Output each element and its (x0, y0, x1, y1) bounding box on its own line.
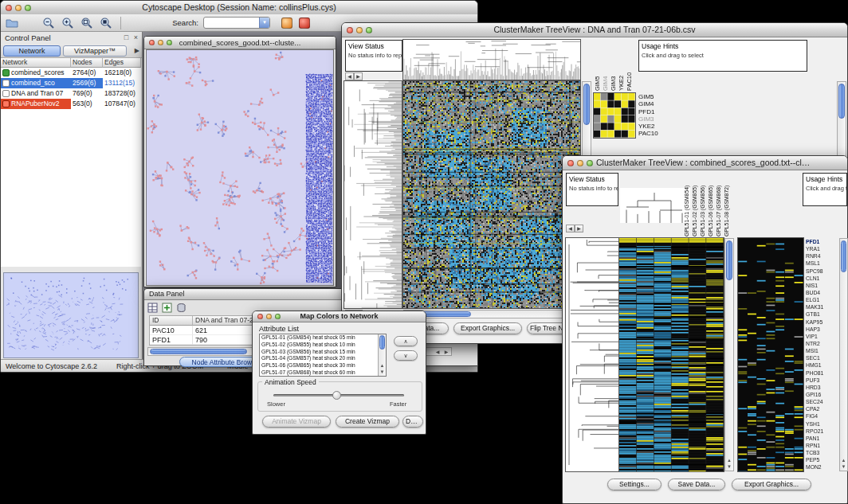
close-frame-button[interactable] (149, 40, 155, 45)
tab-vizmapper[interactable]: VizMapper™ (63, 45, 127, 57)
save-data-button[interactable]: Save Data... (668, 479, 725, 490)
zoom-out-icon[interactable] (42, 17, 55, 29)
animate-vizmap-button[interactable]: Animate Vizmap (262, 416, 331, 428)
treeview-combined-titlebar[interactable]: ClusterMaker TreeView : combined_scores_… (563, 156, 847, 170)
scroll-right-icon[interactable]: ▶ (442, 349, 450, 355)
vizmap-tool-icon[interactable] (299, 18, 310, 29)
tv2-heatmap-canvas[interactable] (619, 238, 724, 471)
vscrollbar-thumb[interactable] (583, 84, 590, 125)
tv2-gene-label: PEP5 (806, 456, 838, 463)
minimize-window-button[interactable] (356, 27, 363, 33)
zoom-in-icon[interactable] (61, 17, 74, 29)
attribute-list-item[interactable]: GPL51-07 (GSM868) heat shock 60 min (260, 369, 378, 376)
treeview-dna-titlebar[interactable]: ClusterMaker TreeView : DNA and Tran 07-… (342, 23, 847, 37)
minimize-frame-button[interactable] (158, 40, 163, 45)
create-attribute-icon[interactable] (162, 302, 172, 312)
close-window-button[interactable] (567, 160, 574, 166)
zoom-window-button[interactable] (275, 314, 281, 319)
dendrogram-scroll-arrows: ◀ ▶ (566, 225, 583, 232)
scroll-up-icon[interactable]: ▲ (725, 457, 733, 463)
slider-thumb[interactable] (332, 391, 341, 400)
scroll-up-icon[interactable]: ▲ (840, 457, 847, 463)
float-panel-icon[interactable]: □ (122, 32, 131, 44)
network-row[interactable]: combined_scores2764(0)16218(0) (1, 68, 141, 78)
tv1-genelist-vscrollbar[interactable] (837, 81, 846, 165)
scroll-down-icon[interactable]: ▼ (840, 463, 847, 470)
close-window-button[interactable] (347, 27, 353, 33)
attribute-list-item[interactable]: GPL51-06 (GSM865) heat shock 30 min (260, 362, 378, 369)
cytoscape-titlebar[interactable]: Cytoscape Desktop (Session Name: collins… (1, 1, 477, 15)
scroll-down-icon[interactable]: ▼ (379, 369, 386, 375)
zoom-frame-button[interactable] (167, 40, 172, 45)
network-row[interactable]: DNA and Tran 07769(0)183728(0) (1, 88, 141, 99)
scroll-left-icon[interactable]: ◀ (566, 225, 575, 232)
combo-arrow-icon[interactable]: ▼ (259, 18, 269, 28)
select-attributes-icon[interactable] (147, 302, 158, 312)
vscrollbar-thumb[interactable] (379, 335, 385, 350)
animation-speed-slider[interactable] (273, 394, 404, 397)
tab-overflow-icon[interactable]: ▶ (135, 47, 139, 54)
network-canvas[interactable] (147, 50, 333, 285)
tv1-column-dendrogram-canvas[interactable] (403, 40, 580, 80)
zoom-window-button[interactable] (587, 160, 593, 166)
vscrollbar-thumb[interactable] (726, 240, 732, 280)
column-header-id[interactable]: ID (150, 316, 193, 326)
delete-attribute-icon[interactable] (176, 302, 186, 312)
attribute-list-item[interactable]: GPL51-01 (GSM854) heat shock 05 min (260, 334, 378, 342)
attribute-list-scrollbar[interactable]: ▲ ▼ (378, 334, 386, 376)
create-vizmap-button[interactable]: Create Vizmap (336, 416, 399, 428)
settings-button[interactable]: Settings... (607, 479, 662, 490)
attribute-list[interactable]: GPL51-01 (GSM854) heat shock 05 minGPL51… (259, 334, 387, 377)
close-panel-icon[interactable]: × (132, 32, 140, 44)
tv1-column-label: GIM3 (610, 40, 618, 91)
attribute-list-item[interactable]: GPL51-02 (GSM855) heat shock 10 min (260, 342, 378, 349)
attribute-list-item[interactable]: GPL51-03 (GSM856) heat shock 15 min (260, 349, 378, 356)
tv1-row-dendrogram-canvas[interactable] (344, 81, 402, 308)
search-input[interactable]: ▼ (203, 17, 270, 29)
export-graphics-button[interactable]: Export Graphics... (453, 322, 522, 334)
tv2-heatmap-vscrollbar[interactable]: ▲ ▼ (724, 238, 734, 471)
open-file-icon[interactable] (6, 17, 18, 29)
tv1-summary-heatmap-canvas[interactable] (594, 93, 635, 138)
network-row[interactable]: combined_sco2569(6)13112(15) (1, 78, 141, 88)
export-graphics-button[interactable]: Export Graphics... (732, 479, 811, 490)
scroll-right-icon[interactable]: ▶ (575, 225, 583, 232)
minimize-window-button[interactable] (266, 314, 272, 319)
vscrollbar-thumb[interactable] (841, 240, 846, 272)
dialog-titlebar[interactable]: Map Colors to Network (253, 311, 426, 322)
column-header-nodes[interactable]: Nodes (71, 58, 103, 68)
scroll-up-icon[interactable]: ▲ (379, 362, 386, 369)
tab-network[interactable]: Network (3, 45, 61, 57)
zoom-fit-icon[interactable] (80, 17, 93, 29)
network-view-titlebar[interactable]: combined_scores_good.txt--cluste... (144, 37, 336, 49)
minimize-window-button[interactable] (577, 160, 583, 166)
done-button[interactable]: Done (402, 416, 423, 428)
scroll-left-icon[interactable]: ◀ (434, 349, 442, 355)
move-up-button[interactable]: ∧ (394, 336, 418, 346)
close-window-button[interactable] (6, 5, 12, 11)
zoom-window-button[interactable] (366, 27, 372, 33)
tv2-row-dendrogram-canvas[interactable] (566, 238, 618, 471)
column-header-edges[interactable]: Edges (103, 58, 141, 68)
minimize-window-button[interactable] (15, 5, 22, 11)
zoom-selected-icon[interactable] (100, 17, 112, 29)
window-controls (567, 160, 593, 166)
network-row[interactable]: RNAPuberNov2563(0)107847(0) (1, 99, 141, 109)
overview-canvas[interactable] (4, 273, 138, 357)
move-down-button[interactable]: ∨ (394, 350, 418, 361)
scroll-right-icon[interactable]: ▶ (354, 72, 363, 80)
vscrollbar-thumb[interactable] (838, 84, 845, 119)
annotation-tool-icon[interactable] (281, 18, 292, 29)
scroll-down-icon[interactable]: ▼ (725, 463, 733, 470)
hscrollbar-thumb[interactable] (150, 349, 247, 354)
attribute-list-item[interactable]: GPL51-04 (GSM857) heat shock 20 min (260, 355, 378, 362)
tv1-heatmap-canvas[interactable] (403, 81, 580, 308)
scroll-left-icon[interactable]: ◀ (345, 72, 354, 80)
tv2-subheatmap-canvas[interactable] (738, 238, 803, 471)
tv2-gene-label: YSH1 (806, 420, 838, 428)
close-window-button[interactable] (257, 314, 263, 319)
zoom-window-button[interactable] (25, 5, 31, 11)
tv2-genelist-vscrollbar[interactable]: ▲ ▼ (839, 238, 848, 471)
tv2-column-dendrogram-canvas[interactable] (620, 188, 690, 223)
column-header-network[interactable]: Network (1, 58, 71, 68)
